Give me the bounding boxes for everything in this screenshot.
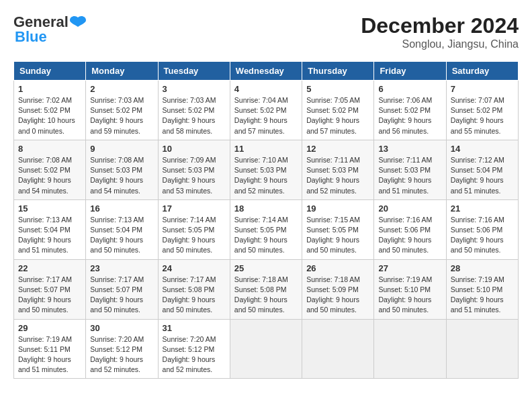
day-info: Sunrise: 7:15 AMSunset: 5:05 PMDaylight:… xyxy=(306,215,369,256)
day-number: 28 xyxy=(451,263,514,273)
day-number: 12 xyxy=(306,144,369,154)
day-number: 15 xyxy=(18,203,81,214)
calendar-week-1: 1Sunrise: 7:02 AMSunset: 5:02 PMDaylight… xyxy=(14,81,519,140)
title-block: December 2024 Songlou, Jiangsu, China xyxy=(361,13,519,50)
calendar-cell xyxy=(374,319,446,379)
day-info: Sunrise: 7:16 AMSunset: 5:06 PMDaylight:… xyxy=(378,215,441,256)
day-number: 14 xyxy=(451,144,514,154)
calendar-cell: 24Sunrise: 7:17 AMSunset: 5:08 PMDayligh… xyxy=(158,259,230,319)
day-info: Sunrise: 7:17 AMSunset: 5:07 PMDaylight:… xyxy=(18,275,81,316)
day-info: Sunrise: 7:16 AMSunset: 5:06 PMDaylight:… xyxy=(451,215,514,256)
day-number: 4 xyxy=(234,84,298,94)
day-info: Sunrise: 7:17 AMSunset: 5:07 PMDaylight:… xyxy=(90,275,153,316)
day-number: 6 xyxy=(378,84,441,94)
day-info: Sunrise: 7:11 AMSunset: 5:03 PMDaylight:… xyxy=(306,155,369,196)
day-number: 26 xyxy=(306,263,369,273)
day-info: Sunrise: 7:09 AMSunset: 5:03 PMDaylight:… xyxy=(163,155,226,196)
calendar-week-4: 22Sunrise: 7:17 AMSunset: 5:07 PMDayligh… xyxy=(14,259,519,319)
day-number: 25 xyxy=(234,263,298,273)
day-info: Sunrise: 7:14 AMSunset: 5:05 PMDaylight:… xyxy=(163,215,226,256)
calendar-cell: 15Sunrise: 7:13 AMSunset: 5:04 PMDayligh… xyxy=(14,199,86,259)
day-number: 2 xyxy=(90,84,153,94)
day-info: Sunrise: 7:19 AMSunset: 5:10 PMDaylight:… xyxy=(378,275,441,316)
day-info: Sunrise: 7:19 AMSunset: 5:10 PMDaylight:… xyxy=(451,275,514,316)
day-info: Sunrise: 7:20 AMSunset: 5:12 PMDaylight:… xyxy=(90,334,153,375)
calendar-cell: 8Sunrise: 7:08 AMSunset: 5:02 PMDaylight… xyxy=(14,140,86,199)
col-header-monday: Monday xyxy=(86,62,158,81)
page-header: General Blue December 2024 Songlou, Jian… xyxy=(13,13,519,50)
day-info: Sunrise: 7:08 AMSunset: 5:03 PMDaylight:… xyxy=(90,155,153,196)
calendar-cell: 16Sunrise: 7:13 AMSunset: 5:04 PMDayligh… xyxy=(86,199,158,259)
day-info: Sunrise: 7:20 AMSunset: 5:12 PMDaylight:… xyxy=(163,334,226,375)
calendar-cell: 13Sunrise: 7:11 AMSunset: 5:03 PMDayligh… xyxy=(374,140,446,199)
calendar-cell: 29Sunrise: 7:19 AMSunset: 5:11 PMDayligh… xyxy=(14,319,86,379)
calendar-cell xyxy=(302,319,374,379)
day-number: 27 xyxy=(378,263,441,273)
col-header-friday: Friday xyxy=(374,62,446,81)
calendar-cell: 3Sunrise: 7:03 AMSunset: 5:02 PMDaylight… xyxy=(158,81,230,140)
day-info: Sunrise: 7:11 AMSunset: 5:03 PMDaylight:… xyxy=(378,155,441,196)
calendar-cell: 27Sunrise: 7:19 AMSunset: 5:10 PMDayligh… xyxy=(374,259,446,319)
calendar-cell: 31Sunrise: 7:20 AMSunset: 5:12 PMDayligh… xyxy=(158,319,230,379)
calendar-cell: 14Sunrise: 7:12 AMSunset: 5:04 PMDayligh… xyxy=(446,140,518,199)
col-header-tuesday: Tuesday xyxy=(158,62,230,81)
day-info: Sunrise: 7:02 AMSunset: 5:02 PMDaylight:… xyxy=(18,95,81,136)
day-info: Sunrise: 7:07 AMSunset: 5:02 PMDaylight:… xyxy=(451,95,514,136)
calendar-cell: 9Sunrise: 7:08 AMSunset: 5:03 PMDaylight… xyxy=(86,140,158,199)
calendar-cell: 21Sunrise: 7:16 AMSunset: 5:06 PMDayligh… xyxy=(446,199,518,259)
day-info: Sunrise: 7:06 AMSunset: 5:02 PMDaylight:… xyxy=(378,95,441,136)
day-number: 8 xyxy=(18,144,81,154)
calendar-title: December 2024 xyxy=(361,13,519,38)
day-number: 17 xyxy=(163,203,226,214)
day-info: Sunrise: 7:13 AMSunset: 5:04 PMDaylight:… xyxy=(90,215,153,256)
day-info: Sunrise: 7:19 AMSunset: 5:11 PMDaylight:… xyxy=(18,334,81,375)
calendar-cell: 7Sunrise: 7:07 AMSunset: 5:02 PMDaylight… xyxy=(446,81,518,140)
calendar-cell: 11Sunrise: 7:10 AMSunset: 5:03 PMDayligh… xyxy=(230,140,302,199)
day-number: 22 xyxy=(18,263,81,273)
day-number: 30 xyxy=(90,323,153,333)
calendar-cell: 20Sunrise: 7:16 AMSunset: 5:06 PMDayligh… xyxy=(374,199,446,259)
col-header-saturday: Saturday xyxy=(446,62,518,81)
day-info: Sunrise: 7:12 AMSunset: 5:04 PMDaylight:… xyxy=(451,155,514,196)
day-info: Sunrise: 7:03 AMSunset: 5:02 PMDaylight:… xyxy=(90,95,153,136)
calendar-week-2: 8Sunrise: 7:08 AMSunset: 5:02 PMDaylight… xyxy=(14,140,519,199)
calendar-header-row: SundayMondayTuesdayWednesdayThursdayFrid… xyxy=(14,62,519,81)
day-info: Sunrise: 7:03 AMSunset: 5:02 PMDaylight:… xyxy=(163,95,226,136)
calendar-cell: 26Sunrise: 7:18 AMSunset: 5:09 PMDayligh… xyxy=(302,259,374,319)
day-number: 5 xyxy=(306,84,369,94)
day-number: 20 xyxy=(378,203,441,214)
calendar-cell: 6Sunrise: 7:06 AMSunset: 5:02 PMDaylight… xyxy=(374,81,446,140)
calendar-cell: 25Sunrise: 7:18 AMSunset: 5:08 PMDayligh… xyxy=(230,259,302,319)
calendar-subtitle: Songlou, Jiangsu, China xyxy=(361,38,519,50)
calendar-cell: 23Sunrise: 7:17 AMSunset: 5:07 PMDayligh… xyxy=(86,259,158,319)
calendar-cell: 4Sunrise: 7:04 AMSunset: 5:02 PMDaylight… xyxy=(230,81,302,140)
day-info: Sunrise: 7:08 AMSunset: 5:02 PMDaylight:… xyxy=(18,155,81,196)
calendar-cell: 30Sunrise: 7:20 AMSunset: 5:12 PMDayligh… xyxy=(86,319,158,379)
day-number: 9 xyxy=(90,144,153,154)
day-number: 13 xyxy=(378,144,441,154)
calendar-cell: 17Sunrise: 7:14 AMSunset: 5:05 PMDayligh… xyxy=(158,199,230,259)
calendar-cell: 18Sunrise: 7:14 AMSunset: 5:05 PMDayligh… xyxy=(230,199,302,259)
col-header-sunday: Sunday xyxy=(14,62,86,81)
day-number: 3 xyxy=(163,84,226,94)
logo-blue: Blue xyxy=(15,28,47,46)
calendar-cell: 10Sunrise: 7:09 AMSunset: 5:03 PMDayligh… xyxy=(158,140,230,199)
day-number: 21 xyxy=(451,203,514,214)
calendar-cell: 5Sunrise: 7:05 AMSunset: 5:02 PMDaylight… xyxy=(302,81,374,140)
day-info: Sunrise: 7:18 AMSunset: 5:08 PMDaylight:… xyxy=(234,275,298,316)
calendar-cell xyxy=(446,319,518,379)
calendar-cell: 22Sunrise: 7:17 AMSunset: 5:07 PMDayligh… xyxy=(14,259,86,319)
day-number: 16 xyxy=(90,203,153,214)
day-number: 24 xyxy=(163,263,226,273)
day-number: 31 xyxy=(163,323,226,333)
day-info: Sunrise: 7:17 AMSunset: 5:08 PMDaylight:… xyxy=(163,275,226,316)
day-number: 1 xyxy=(18,84,81,94)
calendar-cell: 1Sunrise: 7:02 AMSunset: 5:02 PMDaylight… xyxy=(14,81,86,140)
day-info: Sunrise: 7:14 AMSunset: 5:05 PMDaylight:… xyxy=(234,215,298,256)
logo: General Blue xyxy=(13,13,87,46)
col-header-wednesday: Wednesday xyxy=(230,62,302,81)
day-number: 7 xyxy=(451,84,514,94)
day-number: 29 xyxy=(18,323,81,333)
calendar-table: SundayMondayTuesdayWednesdayThursdayFrid… xyxy=(13,61,519,379)
day-number: 18 xyxy=(234,203,298,214)
